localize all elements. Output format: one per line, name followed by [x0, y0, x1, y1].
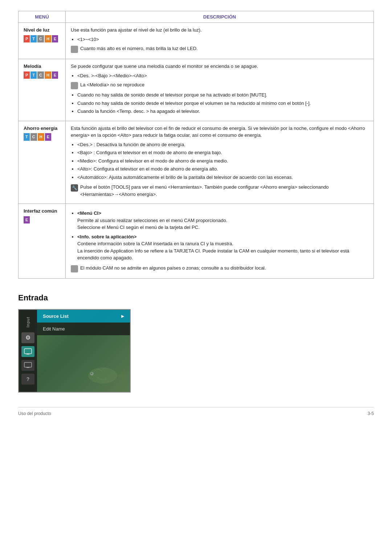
list-item: <Info. sobre la aplicación> Contiene inf… [77, 233, 368, 262]
badge-P: P [24, 71, 30, 79]
tv-menu-content: Source List Edit Name [37, 310, 130, 392]
tv-icon-tv [21, 360, 34, 371]
list-item: <Alto>: Configura el televisor en el mod… [77, 165, 368, 173]
entrada-section: Entrada Input ⚙ ? [18, 293, 374, 393]
tv-menu-item-edit: Edit Name [37, 323, 130, 335]
list-item: Cuando la función <Temp. desc. > ha apag… [77, 108, 368, 115]
badge-T: T [30, 71, 37, 79]
table-row: Melodía P T C H E Se puede configurar qu… [19, 59, 374, 121]
svg-rect-5 [26, 354, 29, 354]
tv-menu-item-source: Source List [37, 310, 130, 323]
badges-ahorro: T C H E [24, 133, 60, 141]
menu-ci-title: <Menú CI> [77, 210, 101, 216]
list-item: <Des.> : Desactiva la función de ahorro … [77, 141, 368, 148]
menu-cell-luz: Nivel de luz P T C H E [19, 23, 66, 59]
badge-H: H [38, 133, 44, 141]
list-item: <Des. >-<Bajo >-<Medio>-<Alto> [77, 72, 368, 79]
source-list-label: Source List [43, 313, 69, 319]
svg-rect-7 [26, 367, 29, 368]
table-row: Ahorro energía T C H E Esta función ajus… [19, 121, 374, 204]
info-app-title: <Info. sobre la aplicación> [77, 234, 136, 239]
note-text-luz: Cuanto más alto es el número, más brilla… [80, 45, 198, 52]
badges-luz: P T C H E [24, 35, 60, 43]
svg-rect-6 [24, 362, 32, 367]
desc-cell-ahorro: Esta función ajusta el brillo del televi… [66, 121, 374, 204]
note-melodia-main: La <Melodía> no se reproduce [71, 81, 368, 89]
badge-E: E [52, 35, 58, 43]
note-luz: Cuanto más alto es el número, más brilla… [71, 45, 368, 53]
page-footer: Uso del producto 3-5 [18, 407, 374, 416]
info-app-text2: La inserción de Application Info se refi… [77, 248, 349, 261]
badge-C: C [37, 35, 44, 43]
desc-cell-interfaz: <Menú CI> Permite al usuario realizar se… [66, 204, 374, 279]
desc-list-melodia: <Des. >-<Bajo >-<Medio>-<Alto> [77, 72, 368, 79]
tv-screenshot: Input ⚙ ? Source List Edit Name [18, 309, 131, 393]
badge-P: P [24, 35, 30, 43]
edit-name-label: Edit Name [43, 326, 65, 332]
menu-ci-text2: Seleccione el Menú CI según el menú de l… [77, 225, 200, 230]
menu-cell-melodia: Melodía P T C H E [19, 59, 66, 121]
list-item: Cuando no hay salida de sonido desde el … [77, 91, 368, 99]
desc-text-melodia: Se puede configurar que suene una melodí… [71, 63, 368, 70]
tv-icon-source [21, 346, 34, 357]
badge-T: T [24, 133, 30, 141]
badge-C: C [30, 133, 37, 141]
desc-cell-melodia: Se puede configurar que suene una melodí… [66, 59, 374, 121]
menu-cell-interfaz: Interfaz común E [19, 204, 66, 279]
badge-E: E [45, 133, 51, 141]
col-header-menu: MENÚ [19, 11, 66, 23]
footer-left: Uso del producto [18, 411, 51, 416]
main-table: MENÚ DESCRIPCIÓN Nivel de luz P T C H E … [18, 11, 374, 279]
note-icon [71, 265, 78, 272]
col-header-desc: DESCRIPCIÓN [66, 11, 374, 23]
list-item: <Bajo> : Configura el televisor en el mo… [77, 149, 368, 156]
tv-sidebar: Input ⚙ ? [19, 310, 37, 392]
note-text-interfaz: El módulo CAM no se admite en algunos pa… [80, 264, 266, 272]
table-row: Interfaz común E <Menú CI> Permite al us… [19, 204, 374, 279]
note-icon [71, 46, 78, 53]
badge-H: H [45, 35, 51, 43]
menu-name-melodia: Melodía [24, 63, 60, 70]
desc-text-luz: Use esta función para ajustar el nivel d… [71, 26, 368, 34]
menu-name-interfaz: Interfaz común [24, 208, 60, 215]
footer-right: 3-5 [368, 411, 374, 416]
list-item: Cuando no hay salida de sonido desde el … [77, 100, 368, 107]
badge-E: E [24, 216, 30, 224]
tools-note-ahorro: 🔧 Pulse el botón [TOOLS] para ver el men… [71, 184, 368, 198]
svg-rect-4 [24, 349, 32, 354]
desc-list-luz: <1>~<10> [77, 36, 368, 43]
list-item: <Medio>: Configura el televisor en el mo… [77, 157, 368, 165]
tools-icon: 🔧 [71, 184, 78, 192]
list-item: <Menú CI> Permite al usuario realizar se… [77, 210, 368, 231]
section-title-entrada: Entrada [18, 293, 374, 303]
menu-ci-text1: Permite al usuario realizar selecciones … [77, 218, 227, 223]
list-item: <Automático>: Ajusta automáticamente el … [77, 174, 368, 181]
note-icon [71, 82, 78, 89]
menu-name-ahorro: Ahorro energía [24, 125, 60, 132]
badge-H: H [45, 71, 51, 79]
menu-name-luz: Nivel de luz [24, 26, 60, 34]
note-interfaz: El módulo CAM no se admite en algunos pa… [71, 264, 368, 272]
badges-melodia: P T C H E [24, 71, 60, 79]
menu-cell-ahorro: Ahorro energía T C H E [19, 121, 66, 204]
note-text-melodia: La <Melodía> no se reproduce [80, 81, 144, 89]
desc-text-ahorro: Esta función ajusta el brillo del televi… [71, 125, 368, 139]
table-row: Nivel de luz P T C H E Use esta función … [19, 23, 374, 59]
desc-list-ahorro: <Des.> : Desactiva la función de ahorro … [77, 141, 368, 181]
tv-icon-help: ? [21, 374, 34, 385]
badge-E: E [52, 71, 58, 79]
desc-cell-luz: Use esta función para ajustar el nivel d… [66, 23, 374, 59]
list-item: <1>~<10> [77, 36, 368, 43]
info-app-text1: Contiene información sobre la CAM insert… [77, 241, 233, 246]
input-label: Input [26, 317, 30, 327]
badge-T: T [30, 35, 37, 43]
desc-list-interfaz: <Menú CI> Permite al usuario realizar se… [77, 210, 368, 262]
sub-list-melodia: Cuando no hay salida de sonido desde el … [77, 91, 368, 115]
badge-C: C [37, 71, 44, 79]
tools-note-text: Pulse el botón [TOOLS] para ver el menú … [80, 184, 368, 198]
badges-interfaz: E [24, 216, 60, 224]
tv-icon-settings: ⚙ [21, 332, 34, 343]
